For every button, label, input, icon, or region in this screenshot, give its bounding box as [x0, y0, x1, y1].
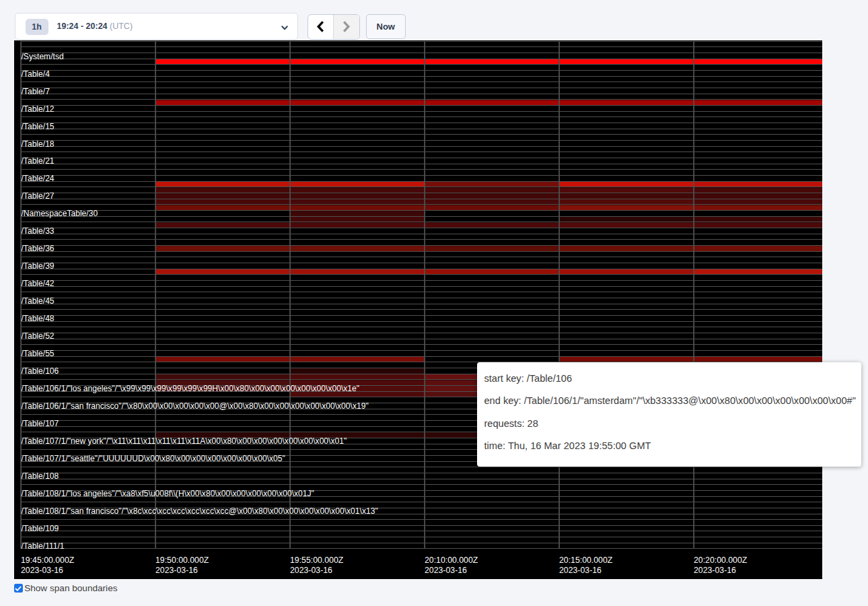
svg-text:/Table/55: /Table/55 — [22, 349, 55, 358]
svg-text:/Table/108/1/"san francisco"/": /Table/108/1/"san francisco"/"\x8c\xcc\x… — [22, 506, 378, 516]
svg-text:20:20:00.000Z: 20:20:00.000Z — [694, 556, 748, 565]
svg-text:20:15:00.000Z: 20:15:00.000Z — [559, 556, 613, 565]
svg-text:/Table/18: /Table/18 — [22, 139, 55, 149]
svg-text:/Table/42: /Table/42 — [22, 279, 55, 288]
svg-text:/Table/106/1/"san francisco"/": /Table/106/1/"san francisco"/"\x80\x00\x… — [22, 401, 369, 411]
svg-text:19:50:00.000Z: 19:50:00.000Z — [155, 556, 209, 565]
svg-text:/Table/7: /Table/7 — [22, 87, 50, 96]
svg-text:/System/tsd: /System/tsd — [22, 52, 64, 61]
svg-text:/Table/27: /Table/27 — [22, 191, 55, 201]
svg-text:/Table/45: /Table/45 — [22, 296, 55, 306]
svg-text:/Table/106/1/"los angeles"/"\x: /Table/106/1/"los angeles"/"\x99\x99\x99… — [22, 384, 360, 393]
svg-text:/Table/15: /Table/15 — [22, 122, 55, 131]
svg-text:/Table/52: /Table/52 — [22, 331, 55, 341]
svg-text:/Table/108/1/"los angeles"/"\x: /Table/108/1/"los angeles"/"\xa8\xf5\u00… — [22, 489, 314, 498]
svg-text:2023-03-16: 2023-03-16 — [559, 566, 602, 575]
svg-text:/Table/21: /Table/21 — [22, 156, 55, 166]
svg-text:/Table/4: /Table/4 — [22, 69, 50, 79]
svg-text:2023-03-16: 2023-03-16 — [425, 566, 467, 575]
svg-text:/Table/109: /Table/109 — [22, 524, 59, 533]
svg-text:/Table/107/1/"seattle"/"UUUUUU: /Table/107/1/"seattle"/"UUUUUUD\x00\x80\… — [22, 454, 285, 463]
svg-text:/Table/107: /Table/107 — [22, 419, 59, 428]
svg-text:2023-03-16: 2023-03-16 — [155, 566, 198, 575]
svg-text:/Table/111/1: /Table/111/1 — [22, 541, 65, 551]
svg-text:/Table/24: /Table/24 — [22, 174, 55, 183]
svg-text:/NamespaceTable/30: /NamespaceTable/30 — [22, 209, 98, 218]
svg-text:/Table/108: /Table/108 — [22, 471, 59, 481]
svg-text:/Table/12: /Table/12 — [22, 104, 55, 114]
svg-text:/Table/36: /Table/36 — [22, 244, 55, 253]
svg-text:/Table/106: /Table/106 — [22, 366, 59, 376]
svg-text:2023-03-16: 2023-03-16 — [290, 566, 332, 575]
svg-text:/Table/48: /Table/48 — [22, 314, 55, 323]
svg-text:2023-03-16: 2023-03-16 — [694, 566, 736, 575]
svg-text:/Table/33: /Table/33 — [22, 226, 55, 236]
svg-text:2023-03-16: 2023-03-16 — [21, 566, 63, 575]
svg-text:20:10:00.000Z: 20:10:00.000Z — [425, 556, 478, 565]
svg-text:/Table/107/1/"new york"/"\x11\: /Table/107/1/"new york"/"\x11\x11\x11\x1… — [22, 436, 347, 446]
svg-text:19:55:00.000Z: 19:55:00.000Z — [290, 556, 344, 565]
svg-text:/Table/39: /Table/39 — [22, 261, 55, 271]
svg-text:19:45:00.000Z: 19:45:00.000Z — [21, 556, 75, 565]
